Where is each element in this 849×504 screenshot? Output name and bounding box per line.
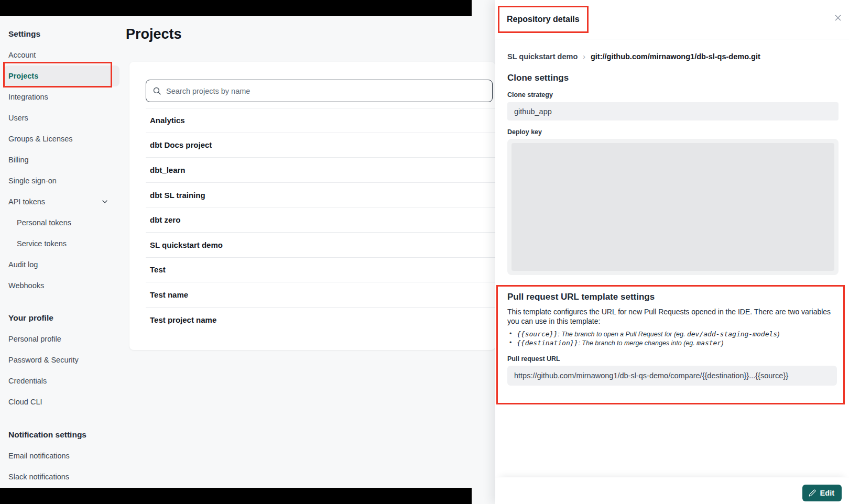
source-variable: {{source}} [517,330,558,338]
sidebar-item-billing[interactable]: Billing [0,149,119,170]
project-row-dbt-zero[interactable]: dbt zero [146,207,495,233]
sidebar-item-personal-profile[interactable]: Personal profile [0,328,119,349]
search-input[interactable] [166,87,486,95]
capture-letterbox-bottom [0,488,472,504]
sidebar-header-settings: Settings [0,24,119,45]
sidebar-item-label: API tokens [8,198,45,206]
project-row-dbt-docs-project[interactable]: dbt Docs project [146,133,495,158]
sidebar-item-groups-licenses[interactable]: Groups & Licenses [0,128,119,149]
project-row-dbt-learn[interactable]: dbt_learn [146,158,495,183]
edit-button[interactable]: Edit [802,485,842,501]
breadcrumb-separator-icon: › [583,52,585,61]
destination-variable: {{destination}} [517,339,578,347]
sidebar-item-users[interactable]: Users [0,107,119,128]
sidebar-item-credentials[interactable]: Credentials [0,370,119,391]
sidebar-item-password-security[interactable]: Password & Security [0,349,119,370]
breadcrumb-repo-url: git://github.com/mirnawong1/db-sl-qs-dem… [591,52,760,61]
search-icon [153,86,161,95]
annotation-box-repository-details: Repository details [498,6,589,33]
sidebar-header-notification-settings: Notification settings [0,424,119,445]
sidebar-item-api-tokens[interactable]: API tokens [0,191,119,212]
destination-variable-suffix: ) [721,339,723,347]
source-variable-desc: : The branch to open a Pull Request for … [558,331,687,338]
clone-strategy-label: Clone strategy [507,91,839,98]
sidebar-item-audit-log[interactable]: Audit log [0,254,119,275]
chevron-down-icon [101,198,109,206]
pr-variable-source: {{source}}: The branch to open a Pull Re… [507,330,837,339]
breadcrumb-project[interactable]: SL quickstart demo [507,52,578,61]
clone-settings-heading: Clone settings [507,73,839,83]
panel-header: Repository details [495,0,849,39]
clone-strategy-value: github_app [507,102,839,120]
deploy-key-value-redacted [511,143,834,271]
sidebar-header-your-profile: Your profile [0,308,119,328]
page-title: Projects [126,26,182,42]
sidebar-item-service-tokens[interactable]: Service tokens [0,233,119,254]
sidebar-item-slack-notifications[interactable]: Slack notifications [0,466,119,487]
pull-request-url-value: https://github.com/mirnawong1/db-sl-qs-d… [507,366,837,386]
project-list: Analytics dbt Docs project dbt_learn dbt… [146,108,495,332]
destination-variable-desc: : The branch to merge changes into (eg. [578,339,696,347]
pr-template-variables-list: {{source}}: The branch to open a Pull Re… [507,330,837,347]
project-row-test-name[interactable]: Test name [146,282,495,308]
source-variable-example: dev/add-staging-models [687,330,777,338]
panel-body: SL quickstart demo › git://github.com/mi… [495,52,849,404]
panel-footer: Edit [495,477,849,504]
breadcrumb: SL quickstart demo › git://github.com/mi… [507,52,839,61]
pr-variable-destination: {{destination}}: The branch to merge cha… [507,339,837,348]
project-row-analytics[interactable]: Analytics [146,108,495,133]
panel-title: Repository details [507,15,580,24]
close-icon[interactable] [834,14,842,22]
deploy-key-box [507,139,839,275]
annotation-box-pr-template-section: Pull request URL template settings This … [496,285,845,404]
sidebar-item-account[interactable]: Account [0,45,119,65]
settings-sidebar: Settings Account Projects Integrations U… [0,24,119,487]
deploy-key-label: Deploy key [507,128,839,136]
capture-letterbox-top [0,0,472,16]
project-row-sl-quickstart-demo[interactable]: SL quickstart demo [146,233,495,258]
sidebar-item-single-sign-on[interactable]: Single sign-on [0,170,119,191]
pull-request-url-label: Pull request URL [507,355,837,363]
sidebar-item-personal-tokens[interactable]: Personal tokens [0,212,119,233]
pencil-icon [809,489,816,497]
sidebar-item-cloud-cli[interactable]: Cloud CLI [0,391,119,412]
sidebar-item-projects[interactable]: Projects [4,65,119,86]
projects-card: Analytics dbt Docs project dbt_learn dbt… [129,62,495,350]
project-row-dbt-sl-training[interactable]: dbt SL training [146,183,495,208]
sidebar-item-email-notifications[interactable]: Email notifications [0,445,119,466]
source-variable-suffix: ) [777,331,779,338]
project-row-test[interactable]: Test [146,258,495,283]
edit-button-label: Edit [820,489,834,497]
sidebar-item-webhooks[interactable]: Webhooks [0,275,119,296]
sidebar-item-integrations[interactable]: Integrations [0,86,119,107]
destination-variable-example: master [696,339,721,347]
project-row-test-project-name[interactable]: Test project name [146,308,495,333]
pr-template-heading: Pull request URL template settings [507,292,837,302]
repository-details-panel: Repository details SL quickstart demo › … [495,0,849,504]
pr-template-description: This template configures the URL for new… [507,307,837,326]
project-search [146,80,493,102]
